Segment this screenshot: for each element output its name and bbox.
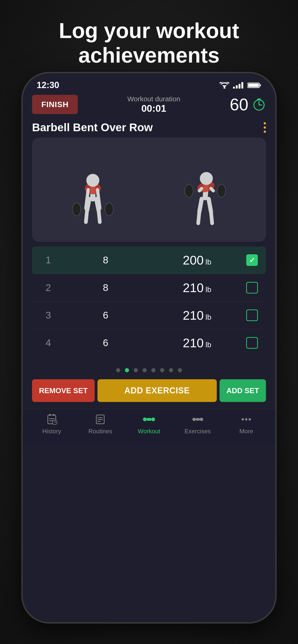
dot2 xyxy=(264,126,266,129)
top-bar: FINISH Workout duration 00:01 60 xyxy=(23,92,275,119)
svg-rect-52 xyxy=(143,418,146,420)
svg-point-59 xyxy=(242,418,244,420)
svg-line-35 xyxy=(211,188,213,191)
svg-point-14 xyxy=(72,203,81,216)
signal-icon xyxy=(233,82,245,88)
table-row: 4 6 210 lb xyxy=(32,329,266,356)
duration-time: 00:01 xyxy=(85,103,223,114)
page-dot-3[interactable] xyxy=(134,368,138,372)
svg-point-1 xyxy=(223,87,225,88)
svg-rect-51 xyxy=(147,418,151,421)
set-weight: 200 lb xyxy=(151,253,243,267)
svg-line-29 xyxy=(209,199,211,212)
set-checkbox[interactable]: ✓ xyxy=(246,254,258,266)
more-options-button[interactable] xyxy=(264,122,266,133)
bottom-buttons: REMOVE SET ADD EXERCISE ADD SET xyxy=(23,379,275,409)
page-dot-4[interactable] xyxy=(143,368,147,372)
more-icon xyxy=(240,413,253,426)
page-dot-1[interactable] xyxy=(116,368,120,372)
tab-workout[interactable]: Workout xyxy=(135,413,163,435)
routines-icon xyxy=(94,413,107,426)
page-dot-5[interactable] xyxy=(151,368,155,372)
table-row: 1 8 200 lb ✓ xyxy=(32,246,266,274)
set-weight: 210 lb xyxy=(151,280,243,295)
svg-rect-4 xyxy=(239,84,240,88)
svg-point-27 xyxy=(217,184,226,197)
set-reps: 6 xyxy=(60,337,151,348)
svg-rect-7 xyxy=(259,84,261,86)
add-set-button[interactable]: ADD SET xyxy=(219,379,266,402)
timer-section: 60 xyxy=(230,95,266,114)
set-number: 4 xyxy=(37,337,60,348)
exercise-figure-1 xyxy=(42,142,143,237)
svg-point-60 xyxy=(245,418,247,420)
exercises-icon xyxy=(191,413,204,426)
finish-button[interactable]: FINISH xyxy=(32,95,78,114)
remove-set-button[interactable]: REMOVE SET xyxy=(32,379,95,402)
set-checkbox[interactable] xyxy=(246,337,258,349)
add-exercise-button[interactable]: ADD EXERCISE xyxy=(98,379,217,402)
history-icon xyxy=(45,413,58,426)
svg-line-28 xyxy=(199,199,202,212)
svg-rect-2 xyxy=(233,87,235,88)
svg-line-19 xyxy=(99,210,100,222)
svg-point-36 xyxy=(200,172,213,185)
phone-shell: 12:30 xyxy=(21,72,277,624)
wifi-icon xyxy=(219,82,230,88)
duration-label: Workout duration xyxy=(85,95,223,103)
exercise-header: Barbell Bent Over Row xyxy=(23,119,275,138)
svg-rect-57 xyxy=(193,418,195,420)
table-row: 2 8 210 lb xyxy=(32,274,266,301)
tab-history-label: History xyxy=(42,428,61,435)
svg-line-30 xyxy=(198,212,199,223)
exercise-figure-2 xyxy=(155,142,256,237)
page-dot-2[interactable] xyxy=(125,368,129,372)
exercise-name: Barbell Bent Over Row xyxy=(32,121,153,134)
timer-number: 60 xyxy=(230,95,248,114)
svg-point-26 xyxy=(185,184,193,197)
tab-bar: History Routines xyxy=(23,409,275,444)
svg-line-18 xyxy=(86,210,87,222)
svg-point-61 xyxy=(248,418,251,420)
svg-line-31 xyxy=(211,212,212,223)
tab-workout-label: Workout xyxy=(138,428,160,435)
tab-exercises-label: Exercises xyxy=(184,428,211,435)
set-checkbox[interactable] xyxy=(246,310,258,321)
svg-line-23 xyxy=(98,190,100,208)
set-number: 3 xyxy=(37,310,60,321)
tab-history[interactable]: History xyxy=(38,413,66,435)
svg-rect-58 xyxy=(200,418,203,420)
svg-rect-3 xyxy=(236,85,238,88)
svg-rect-8 xyxy=(248,84,259,87)
sets-table: 1 8 200 lb ✓ 2 8 210 lb xyxy=(32,246,266,356)
tab-more-label: More xyxy=(239,428,253,435)
page-dot-8[interactable] xyxy=(178,368,182,372)
workout-icon xyxy=(143,413,155,426)
dot3 xyxy=(264,130,266,133)
tab-exercises[interactable]: Exercises xyxy=(184,413,212,435)
hero-title: Log your workout achievements xyxy=(0,18,298,68)
set-number: 1 xyxy=(37,254,60,266)
svg-line-22 xyxy=(86,190,88,208)
set-reps: 8 xyxy=(60,254,151,266)
set-weight: 210 lb xyxy=(151,308,243,322)
status-time: 12:30 xyxy=(37,80,59,90)
svg-rect-56 xyxy=(196,418,200,421)
tab-routines[interactable]: Routines xyxy=(86,413,114,435)
status-bar: 12:30 xyxy=(23,73,275,92)
page-dot-7[interactable] xyxy=(169,368,173,372)
exercise-image-card xyxy=(32,138,266,242)
svg-rect-38 xyxy=(49,414,51,416)
dot1 xyxy=(264,122,266,124)
svg-rect-10 xyxy=(257,98,261,100)
phone-screen: 12:30 xyxy=(23,73,275,622)
svg-rect-5 xyxy=(241,82,243,88)
set-reps: 6 xyxy=(60,310,151,321)
page-dot-6[interactable] xyxy=(160,368,164,372)
set-number: 2 xyxy=(37,282,60,293)
set-checkbox[interactable] xyxy=(246,282,258,294)
set-weight: 210 lb xyxy=(151,336,243,350)
workout-duration: Workout duration 00:01 xyxy=(85,95,223,114)
svg-rect-53 xyxy=(152,418,155,420)
tab-more[interactable]: More xyxy=(232,413,260,435)
